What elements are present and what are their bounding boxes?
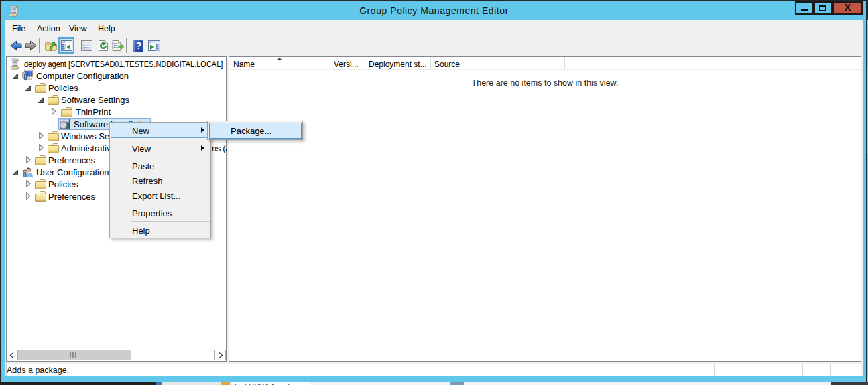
svg-text:?: ? <box>136 40 142 51</box>
